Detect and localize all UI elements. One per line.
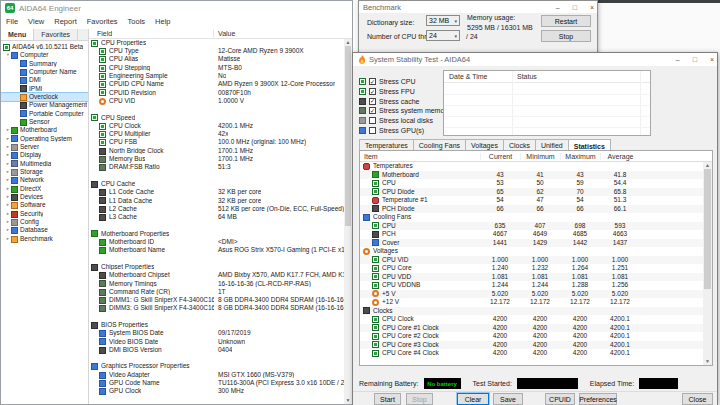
maximize-button[interactable]: □ [693, 56, 697, 63]
stats-row[interactable]: CPU Core #4 Clock4200420042004200.1 [360, 349, 712, 358]
stats-row[interactable]: +5 V5.0205.0205.0205.020 [360, 290, 712, 299]
tree-item-summary[interactable]: Summary [1, 60, 88, 68]
stats-row[interactable]: Temperature #154475451.3 [360, 196, 712, 205]
table-row[interactable]: CPU AliasMatisse [89, 56, 344, 64]
stats-row[interactable]: CPU Core1.2401.2321.2641.251 [360, 264, 712, 273]
table-row[interactable]: CPU Speed [89, 114, 344, 122]
menu-item-help[interactable]: Help [150, 17, 175, 26]
menu-item-tools[interactable]: Tools [123, 17, 151, 26]
table-row[interactable]: DIMM1: G Skill SniperX F4-3400C16-8GSXW8… [89, 296, 344, 304]
stats-column-average[interactable]: Average [600, 153, 640, 160]
menu-item-favorites[interactable]: Favorites [82, 17, 123, 26]
table-row[interactable]: Memory Timings16-16-16-36 (CL-RCD-RP-RAS… [89, 280, 344, 288]
stats-row[interactable]: PCH4667464946854663 [360, 230, 712, 239]
stats-row[interactable]: Motherboard43414341.8 [360, 171, 712, 180]
table-row[interactable]: Memory Bus1700.1 MHz [89, 155, 344, 163]
table-row[interactable]: L3 Cache64 MB [89, 213, 344, 221]
main-vertical-scrollbar[interactable]: ▲ ▼ [344, 39, 352, 404]
tree-item-computer-name[interactable]: Computer Name [1, 68, 88, 76]
tree-item-sensor[interactable]: Sensor [1, 118, 88, 126]
minimize-button[interactable]: – [676, 56, 680, 63]
table-row[interactable]: Motherboard ID<DMI> [89, 238, 344, 246]
tree-item-network[interactable]: ▸Network [1, 177, 88, 185]
stats-row[interactable]: Cooling Fans [360, 213, 712, 222]
table-row[interactable]: BIOS Properties [89, 321, 344, 329]
stats-row[interactable]: CPU53505954.4 [360, 179, 712, 188]
table-row[interactable]: CPU VID1.0000 V [89, 97, 344, 105]
table-row[interactable]: CPU Clock4200.1 MHz [89, 122, 344, 130]
stats-column-minimum[interactable]: Minimum [520, 153, 560, 160]
table-row[interactable]: Motherboard Properties [89, 230, 344, 238]
table-row[interactable]: System BIOS Date09/17/2019 [89, 329, 344, 337]
tree-item-server[interactable]: ▸Server [1, 143, 88, 151]
close-button[interactable]: Close [682, 393, 713, 405]
preferences-button[interactable]: Preferences [579, 393, 617, 405]
tree-item-dmi[interactable]: DMI [1, 76, 88, 84]
log-column-datetime[interactable]: Date & Time [444, 73, 512, 80]
stats-column-item[interactable]: Item [360, 153, 480, 160]
stress-option-stress-gpu-s[interactable]: Stress GPU(s) [359, 125, 450, 135]
table-row[interactable]: North Bridge Clock1700.1 MHz [89, 147, 344, 155]
stats-column-current[interactable]: Current [480, 153, 520, 160]
column-header-value[interactable]: Value [214, 30, 235, 37]
table-row[interactable]: CPU Type12-Core AMD Ryzen 9 3900X [89, 47, 344, 55]
cpuid-button[interactable]: CPUID [545, 393, 575, 405]
stats-row[interactable]: CPU VDDNB1.2441.2441.2881.256 [360, 281, 712, 290]
menu-item-report[interactable]: Report [49, 17, 82, 26]
table-row[interactable]: DMI BIOS Version0404 [89, 346, 344, 354]
tree-item-directx[interactable]: ▸DirectX [1, 185, 88, 193]
table-row[interactable]: L1 Data Cache32 KB per core [89, 197, 344, 205]
tree-item-ipmi[interactable]: IPMI [1, 85, 88, 93]
statistics-scrollbar[interactable]: ▲ ▼ [703, 162, 712, 365]
tree-item-security[interactable]: ▸Security [1, 210, 88, 218]
tree-item-multimedia[interactable]: ▸Multimedia [1, 160, 88, 168]
checkbox-checked[interactable]: ✓ [369, 98, 376, 105]
minimize-button[interactable]: – [556, 4, 560, 11]
stats-row[interactable]: +12 V12.17212.17212.17212.172 [360, 298, 712, 307]
column-header-field[interactable]: Field [89, 30, 214, 37]
tree-item-power-management[interactable]: Power Management [1, 101, 88, 109]
stress-option-stress-local-disks[interactable]: Stress local disks [359, 116, 450, 126]
scrollbar-thumb[interactable] [704, 169, 711, 289]
checkbox-checked[interactable]: ✓ [369, 78, 376, 85]
nav-tab-menu[interactable]: Menu [1, 29, 34, 40]
table-row[interactable]: L1 Code Cache32 KB per core [89, 188, 344, 196]
tree-item-operating-system[interactable]: ▸Operating System [1, 135, 88, 143]
stats-row[interactable]: CPU Core #1 Clock4200420042004200.1 [360, 324, 712, 333]
stress-option-stress-cache[interactable]: ✓Stress cache [359, 96, 450, 106]
stress-option-stress-fpu[interactable]: ✓Stress FPU [359, 87, 450, 97]
tree-item-storage[interactable]: ▸Storage [1, 168, 88, 176]
tree-item-software[interactable]: ▸Software [1, 202, 88, 210]
checkbox-checked[interactable]: ✓ [369, 88, 376, 95]
scrollbar-thumb[interactable] [345, 46, 351, 226]
checkbox-checked[interactable]: ✓ [369, 107, 376, 114]
checkbox-unchecked[interactable] [369, 117, 376, 124]
table-row[interactable]: GPU Clock300 MHz [89, 387, 344, 395]
table-row[interactable]: CPUID CPU NameAMD Ryzen 9 3900X 12-Core … [89, 80, 344, 88]
cpu-threads-select[interactable]: 24 ▾ [426, 30, 460, 41]
checkbox-unchecked[interactable] [369, 127, 376, 134]
stats-row[interactable]: Cover1441142914421437 [360, 239, 712, 248]
nav-tab-favorites[interactable]: Favorites [34, 29, 78, 40]
scroll-down-icon[interactable]: ▼ [346, 397, 351, 404]
stats-row[interactable]: Voltages [360, 247, 712, 256]
tree-item-database[interactable]: ▸Database [1, 227, 88, 235]
log-column-status[interactable]: Status [512, 73, 537, 80]
tree-item-motherboard[interactable]: ▸Motherboard [1, 126, 88, 134]
tree-item-devices[interactable]: ▸Devices [1, 193, 88, 201]
stats-row[interactable]: PCH Diode66666666.1 [360, 205, 712, 214]
table-row[interactable]: L2 Cache512 KB per core (On-Die, ECC, Fu… [89, 205, 344, 213]
menu-item-view[interactable]: View [23, 17, 49, 26]
table-row[interactable]: Video AdapterMSI GTX 1660 (MS-V379) [89, 371, 344, 379]
table-row[interactable]: Graphics Processor Properties [89, 363, 344, 371]
tree-item-overclock[interactable]: Overclock [1, 93, 88, 101]
table-row[interactable]: Video BIOS DateUnknown [89, 338, 344, 346]
tree-item-aida64-v6-10-5211-beta[interactable]: AIDA64 v6.10.5211 Beta [1, 43, 88, 51]
stats-row[interactable]: CPU VDD1.0811.0811.0811.081 [360, 273, 712, 282]
restart-button[interactable]: Restart [541, 15, 591, 27]
close-button[interactable]: × [590, 4, 594, 11]
stress-option-stress-cpu[interactable]: ✓Stress CPU [359, 77, 450, 87]
stress-option-stress-system-memory[interactable]: ✓Stress system memory [359, 106, 450, 116]
table-row[interactable]: Motherboard NameAsus ROG Strix X570-I Ga… [89, 246, 344, 254]
table-row[interactable]: DIMM3: G Skill SniperX F4-3400C16-8GSXW8… [89, 305, 344, 313]
